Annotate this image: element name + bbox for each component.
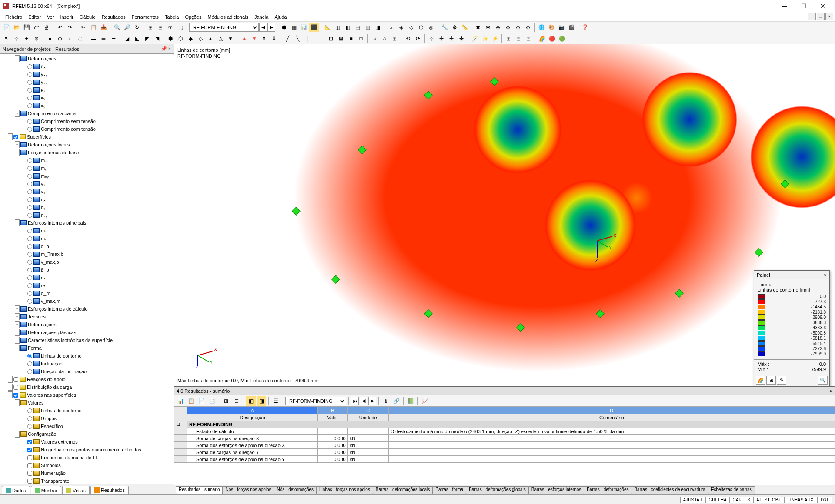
t2-c2[interactable]: ◣ — [132, 34, 142, 43]
tb-f2[interactable]: 🎨 — [547, 23, 556, 32]
results-tab[interactable]: Nós - forças nos apoios — [222, 486, 274, 494]
tree-check[interactable] — [27, 64, 32, 69]
rt-next[interactable]: ▶ — [368, 397, 376, 405]
tree-node[interactable]: +Distribuição da carga — [1, 383, 173, 391]
tree-check[interactable] — [27, 252, 32, 257]
results-tab[interactable]: Barras - forma — [432, 486, 466, 494]
tree-node[interactable]: -Forças internas de base — [1, 149, 173, 156]
tree-check[interactable] — [27, 189, 32, 194]
tb-f1[interactable]: 🌐 — [537, 23, 546, 32]
tree-node[interactable]: +κₓ — [1, 86, 173, 94]
minimize-button[interactable]: ─ — [775, 0, 794, 12]
tree-check[interactable] — [27, 103, 32, 108]
tree-node[interactable]: +nₓᵧ — [1, 211, 173, 219]
tb-a3[interactable]: 📊 — [299, 23, 309, 32]
tree-node[interactable]: +α_b — [1, 242, 173, 250]
status-btn-linhas-aux-[interactable]: LINHAS AUX. — [785, 497, 818, 503]
tree-check[interactable] — [13, 135, 18, 139]
tb-b4[interactable]: ▤ — [353, 23, 362, 32]
mdi-close[interactable]: × — [825, 13, 833, 20]
t2-g3[interactable]: ■ — [346, 34, 356, 43]
t2-d2[interactable]: ⬡ — [176, 34, 185, 43]
expand-icon[interactable]: - — [15, 149, 20, 156]
tree-node[interactable]: +n₂ — [1, 282, 173, 289]
tree-check[interactable] — [13, 377, 18, 382]
t2-h1[interactable]: ⟐ — [370, 34, 379, 43]
tree-check[interactable] — [27, 299, 32, 304]
tree-node[interactable]: -Deformações — [1, 55, 173, 63]
rt-4[interactable]: 📑 — [207, 396, 217, 406]
tb-e2[interactable]: ✱ — [483, 23, 493, 32]
t2-g1[interactable]: ⊡ — [326, 34, 336, 43]
results-tab[interactable]: Resultados - sumário — [176, 486, 223, 494]
rt-excel[interactable]: 📗 — [406, 396, 415, 406]
results-tab[interactable]: Barras - esforços internos — [528, 486, 584, 494]
t2-i2[interactable]: ⟳ — [413, 34, 423, 43]
t2-l1[interactable]: ⊞ — [504, 34, 513, 43]
tree-check[interactable] — [27, 182, 32, 186]
expand-icon[interactable]: + — [15, 141, 20, 148]
t2-2[interactable]: ⊹ — [12, 34, 21, 43]
t2-1[interactable]: ↖ — [2, 34, 11, 43]
expand-icon[interactable]: + — [15, 329, 20, 336]
status-btn-ajust-obj-[interactable]: AJUST. OBJ. — [753, 497, 785, 503]
cut-icon[interactable]: ✂ — [79, 23, 88, 32]
tree-node[interactable]: +Comprimento com tensão — [1, 125, 173, 133]
zoom-prev-icon[interactable]: 🔎 — [122, 23, 132, 32]
tree-node[interactable]: +mₓ — [1, 156, 173, 164]
tree-node[interactable]: +Símbolos — [1, 461, 173, 469]
tb-f4[interactable]: 🎬 — [567, 23, 576, 32]
tree-check[interactable] — [27, 471, 32, 476]
close-button[interactable]: ✕ — [813, 0, 832, 12]
tb-a2[interactable]: ▦ — [289, 23, 299, 32]
results-tab[interactable]: Linhas - forças nos apoios — [316, 486, 373, 494]
next-lc-icon[interactable]: ▶ — [267, 23, 275, 32]
saveall-icon[interactable]: 🗃 — [32, 23, 41, 32]
tb-b2[interactable]: ◫ — [333, 23, 342, 32]
expand-icon[interactable]: + — [8, 384, 13, 391]
results-close-icon[interactable]: × — [830, 388, 832, 394]
tb-b3[interactable]: ◧ — [343, 23, 352, 32]
tree-node[interactable]: +vᵧ — [1, 188, 173, 196]
t2-c1[interactable]: ◢ — [122, 34, 132, 43]
tree-node[interactable]: +Numeração — [1, 469, 173, 477]
tb-c2[interactable]: ◈ — [396, 23, 406, 32]
legend-close-icon[interactable]: × — [824, 272, 827, 278]
tree-node[interactable]: +v_max,m — [1, 297, 173, 305]
t2-e1[interactable]: 🔺 — [239, 34, 249, 43]
new-icon[interactable]: 📄 — [2, 23, 11, 32]
t2-4[interactable]: ⊛ — [32, 34, 41, 43]
t2-d6[interactable]: △ — [216, 34, 225, 43]
grid-icon[interactable]: ⊞ — [146, 23, 155, 32]
results-tab[interactable]: Esbeltezas de barras — [708, 486, 755, 494]
tree-node[interactable]: -Superfícies — [1, 133, 173, 141]
t2-i1[interactable]: ⟲ — [403, 34, 413, 43]
t2-g4[interactable]: □ — [356, 34, 366, 43]
rt-prev[interactable]: ◀ — [360, 397, 367, 405]
tb-c3[interactable]: ◇ — [406, 23, 416, 32]
tree-node[interactable]: +Reações do apoio — [1, 375, 173, 383]
tree-node[interactable]: +m₂ — [1, 235, 173, 242]
tree-node[interactable]: +α_m — [1, 289, 173, 297]
prev-lc-icon[interactable]: ◀ — [259, 23, 267, 32]
t2-f3[interactable]: │ — [303, 34, 312, 43]
rt-filter[interactable]: ☰ — [271, 396, 281, 406]
t2-a4[interactable]: ◌ — [75, 34, 85, 43]
legend-tool-2[interactable]: ⊞ — [766, 376, 776, 385]
t2-j4[interactable]: ✤ — [457, 34, 466, 43]
t2-m1[interactable]: 🌈 — [537, 34, 547, 43]
expand-icon[interactable]: - — [8, 391, 13, 398]
tree-check[interactable] — [27, 479, 32, 484]
tree-node[interactable]: +v_max,b — [1, 258, 173, 266]
expand-icon[interactable]: - — [15, 399, 20, 406]
tree-node[interactable]: +Linhas de contorno — [1, 407, 173, 414]
nav-tab-resultados[interactable]: Resultados — [90, 486, 129, 494]
tree-node[interactable]: +Valores extremos — [1, 438, 173, 446]
nav-tab-vistas[interactable]: Vistas — [62, 486, 90, 494]
t2-d1[interactable]: ⬢ — [166, 34, 175, 43]
results-tab[interactable]: Barras - deformações globais — [466, 486, 529, 494]
tree-node[interactable]: +Deformações plásticas — [1, 328, 173, 336]
tree-node[interactable]: +m₁ — [1, 227, 173, 235]
tree-check[interactable] — [27, 408, 32, 413]
mdi-minimize[interactable]: - — [808, 13, 816, 20]
